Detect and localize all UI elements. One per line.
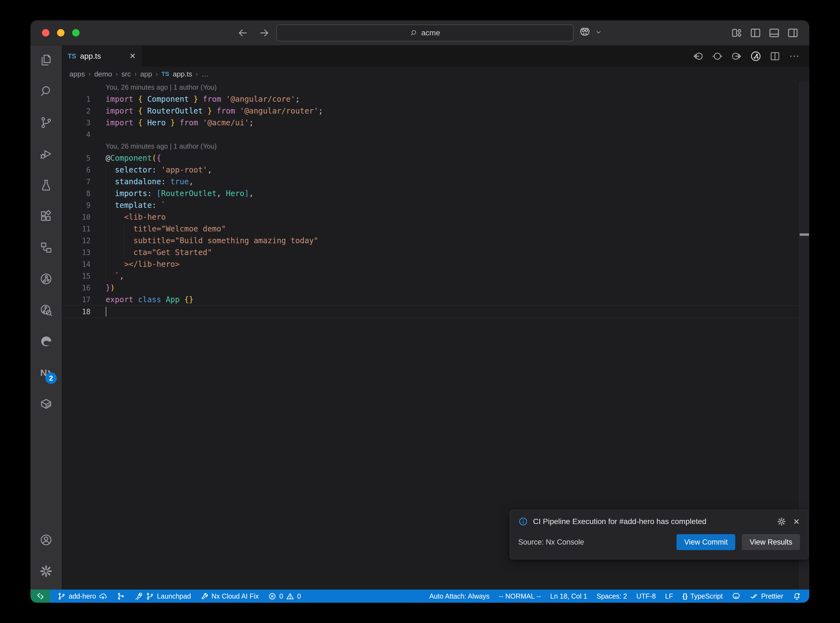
remote-icon	[36, 592, 45, 600]
code-text: imports: [RouterOutlet, Hero],	[106, 187, 253, 199]
text-cursor	[106, 307, 106, 316]
copilot-icon[interactable]	[579, 26, 591, 38]
problems-indicator[interactable]: 0 0	[268, 592, 301, 600]
launchpad-label: Launchpad	[157, 592, 191, 600]
commit-graph-icon	[117, 592, 125, 600]
toggle-secondary-sidebar-icon[interactable]	[787, 27, 799, 39]
breadcrumb-item[interactable]: src	[121, 70, 131, 78]
settings-gear-icon[interactable]	[33, 558, 59, 584]
zoom-window-button[interactable]	[72, 29, 80, 37]
commit-graph-icon[interactable]	[750, 51, 762, 62]
notification-gear-icon[interactable]	[777, 517, 786, 526]
branch-indicator[interactable]: add-hero	[57, 592, 107, 600]
titlebar: acme	[31, 20, 809, 46]
open-changes-icon[interactable]	[712, 51, 723, 62]
overview-ruler-marker	[800, 233, 809, 236]
line-number: 6	[62, 166, 91, 174]
cloud-upload-icon	[99, 592, 107, 600]
nx-console-icon[interactable]: N❯ 2	[33, 360, 59, 385]
customize-layout-icon[interactable]	[731, 27, 743, 39]
nx-cloud-label: Nx Cloud AI Fix	[212, 592, 259, 600]
encoding-status[interactable]: UTF-8	[636, 592, 656, 600]
cursor-position[interactable]: Ln 18, Col 1	[550, 592, 587, 600]
breadcrumb-item[interactable]: apps	[69, 70, 85, 78]
chevron-right-icon: ›	[134, 70, 137, 78]
search-sidebar-icon[interactable]	[33, 78, 59, 104]
next-change-icon[interactable]	[731, 51, 742, 62]
indentation-status[interactable]: Spaces: 2	[596, 592, 627, 600]
search-icon	[410, 29, 418, 37]
command-center-search[interactable]: acme	[276, 25, 574, 41]
notifications-bell[interactable]	[792, 592, 801, 600]
extensions-icon[interactable]	[33, 204, 59, 229]
breadcrumb-item[interactable]: demo	[94, 70, 112, 78]
edge-devtools-icon[interactable]	[33, 328, 59, 354]
code-text: standalone: true,	[106, 176, 193, 187]
close-window-button[interactable]	[42, 29, 49, 37]
tab-close-icon[interactable]: ✕	[129, 52, 136, 61]
line-number: 12	[62, 236, 91, 245]
breadcrumb-item[interactable]: app	[140, 70, 152, 78]
nav-forward-icon[interactable]	[258, 27, 270, 39]
nav-back-icon[interactable]	[237, 27, 249, 39]
eol-status[interactable]: LF	[665, 592, 673, 600]
indent-guide	[106, 211, 106, 223]
chevron-down-icon[interactable]	[594, 28, 603, 36]
explorer-icon[interactable]	[33, 47, 59, 73]
account-icon[interactable]	[33, 527, 59, 553]
blame-annotation: You, 26 minutes ago | 1 author (You)	[62, 140, 809, 152]
code-text: <lib-hero	[106, 211, 166, 223]
testing-icon[interactable]	[33, 172, 59, 198]
line-number: 13	[62, 249, 91, 257]
code-line: 5@Component({	[62, 152, 809, 164]
tab-app-ts[interactable]: TS app.ts ✕	[62, 46, 142, 67]
breadcrumb-item[interactable]: app.ts	[173, 70, 192, 78]
more-actions-icon[interactable]	[788, 51, 800, 62]
previous-change-icon[interactable]	[693, 51, 704, 62]
code-line: 4	[62, 129, 809, 140]
commit-graph-status[interactable]	[117, 592, 125, 600]
copilot-status[interactable]	[732, 592, 740, 600]
minimize-window-button[interactable]	[57, 29, 64, 37]
remote-indicator[interactable]	[31, 589, 50, 603]
run-debug-icon[interactable]	[33, 141, 59, 167]
chevron-right-icon: ›	[115, 70, 118, 78]
status-bar: add-hero Launchpad Nx Cloud AI Fix 0 0	[31, 589, 809, 603]
code-text: template: `	[106, 199, 166, 211]
auto-attach-status[interactable]: Auto Attach: Always	[429, 592, 490, 600]
nx-cloud-ai-fix[interactable]: Nx Cloud AI Fix	[200, 592, 259, 600]
chevron-right-icon: ›	[196, 70, 198, 78]
toggle-primary-sidebar-icon[interactable]	[749, 27, 762, 39]
braces-icon: {}	[683, 592, 688, 600]
code-line: 12 subtitle="Build something amazing tod…	[62, 235, 809, 247]
code-line: 16})	[62, 282, 809, 294]
split-editor-icon[interactable]	[769, 51, 781, 62]
breadcrumb-item[interactable]: …	[201, 70, 209, 78]
hierarchy-icon[interactable]	[33, 235, 59, 261]
code-line: 9 template: `	[62, 199, 809, 211]
launchpad-status[interactable]: Launchpad	[134, 592, 191, 600]
code-text: subtitle="Build something amazing today"	[106, 235, 318, 247]
vim-mode-indicator[interactable]: -- NORMAL --	[499, 592, 541, 600]
code-text: ></lib-hero>	[106, 258, 180, 270]
toggle-panel-icon[interactable]	[768, 27, 780, 39]
view-commit-button[interactable]: View Commit	[677, 534, 736, 550]
view-results-button[interactable]: View Results	[742, 534, 800, 550]
code-line: 10 <lib-hero	[62, 211, 809, 223]
gitlens-icon[interactable]	[33, 266, 59, 292]
notification-close-icon[interactable]: ✕	[793, 517, 800, 526]
prettier-status[interactable]: Prettier	[750, 592, 783, 600]
code-line: 2import { RouterOutlet } from '@angular/…	[62, 105, 809, 117]
gitlens-inspect-icon[interactable]	[33, 297, 59, 323]
source-control-icon[interactable]	[33, 110, 59, 135]
indent-guide	[106, 199, 106, 211]
warning-count: 0	[297, 592, 301, 600]
language-mode[interactable]: {} TypeScript	[683, 592, 723, 600]
container-icon[interactable]	[33, 391, 59, 417]
indent-guide	[106, 164, 106, 176]
vscode-window: acme	[31, 20, 809, 603]
branch-name: add-hero	[69, 592, 96, 600]
line-number: 7	[62, 178, 91, 186]
git-branch-icon	[57, 592, 66, 600]
code-text: title="Welcmoe demo"	[106, 223, 226, 235]
